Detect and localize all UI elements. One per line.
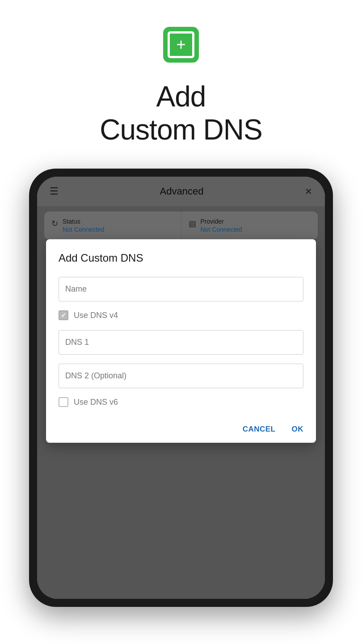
dns-v4-label: Use DNS v4 bbox=[74, 311, 118, 320]
dns2-input[interactable] bbox=[59, 364, 303, 388]
dialog-title: Add Custom DNS bbox=[59, 252, 303, 264]
top-section: + Add Custom DNS bbox=[0, 0, 362, 146]
dns-v6-label: Use DNS v6 bbox=[74, 398, 118, 407]
add-custom-dns-dialog: Add Custom DNS Use DNS v4 Use DNS v6 bbox=[46, 239, 316, 443]
dns-v6-checkbox[interactable] bbox=[59, 397, 68, 407]
name-input[interactable] bbox=[59, 277, 303, 301]
app-icon: + bbox=[163, 27, 199, 63]
phone-shell: ☰ Advanced ✕ ↻ Status Not Connected ▤ bbox=[29, 169, 333, 607]
ok-button[interactable]: OK bbox=[292, 425, 304, 434]
dns1-input[interactable] bbox=[59, 330, 303, 355]
plus-icon: + bbox=[176, 37, 185, 53]
phone-screen: ☰ Advanced ✕ ↻ Status Not Connected ▤ bbox=[37, 177, 325, 599]
dns-v4-checkbox[interactable] bbox=[59, 310, 68, 320]
use-dns-v6-row[interactable]: Use DNS v6 bbox=[59, 397, 303, 407]
screen-background: ☰ Advanced ✕ ↻ Status Not Connected ▤ bbox=[37, 177, 325, 599]
phone-mockup: ☰ Advanced ✕ ↻ Status Not Connected ▤ bbox=[29, 169, 333, 616]
use-dns-v4-row[interactable]: Use DNS v4 bbox=[59, 310, 303, 320]
dialog-overlay: Add Custom DNS Use DNS v4 Use DNS v6 bbox=[37, 177, 325, 599]
cancel-button[interactable]: CANCEL bbox=[243, 425, 276, 434]
page-title: Add Custom DNS bbox=[100, 80, 262, 146]
dialog-actions: CANCEL OK bbox=[59, 417, 303, 443]
